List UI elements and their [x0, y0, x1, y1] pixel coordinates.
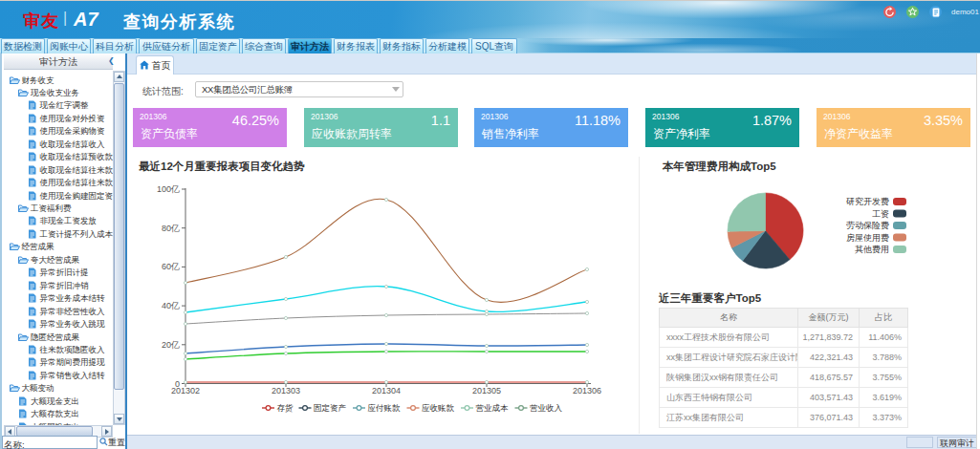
svg-text:工资: 工资 — [872, 209, 889, 219]
svg-text:其他费用: 其他费用 — [855, 245, 889, 254]
svg-text:201303: 201303 — [272, 386, 300, 396]
svg-text:房屋使用费: 房屋使用费 — [846, 233, 889, 243]
svg-text:201306: 201306 — [573, 386, 601, 396]
svg-text:存货: 存货 — [277, 403, 294, 413]
svg-text:劳动保险费: 劳动保险费 — [846, 221, 889, 230]
svg-text:应付账款: 应付账款 — [368, 403, 402, 413]
svg-text:营业收入: 营业收入 — [530, 403, 563, 413]
svg-text:应收账款: 应收账款 — [422, 403, 455, 413]
svg-text:201302: 201302 — [171, 386, 200, 396]
svg-text:60亿: 60亿 — [162, 262, 180, 271]
svg-text:营业成本: 营业成本 — [476, 403, 510, 413]
svg-text:201305: 201305 — [472, 386, 501, 396]
svg-text:研究开发费: 研究开发费 — [846, 197, 889, 206]
svg-text:100亿: 100亿 — [157, 184, 180, 194]
svg-text:201304: 201304 — [372, 386, 401, 396]
svg-text:40亿: 40亿 — [162, 301, 180, 310]
svg-text:固定资产: 固定资产 — [314, 403, 347, 413]
svg-text:20亿: 20亿 — [162, 340, 180, 350]
svg-text:80亿: 80亿 — [162, 224, 180, 233]
